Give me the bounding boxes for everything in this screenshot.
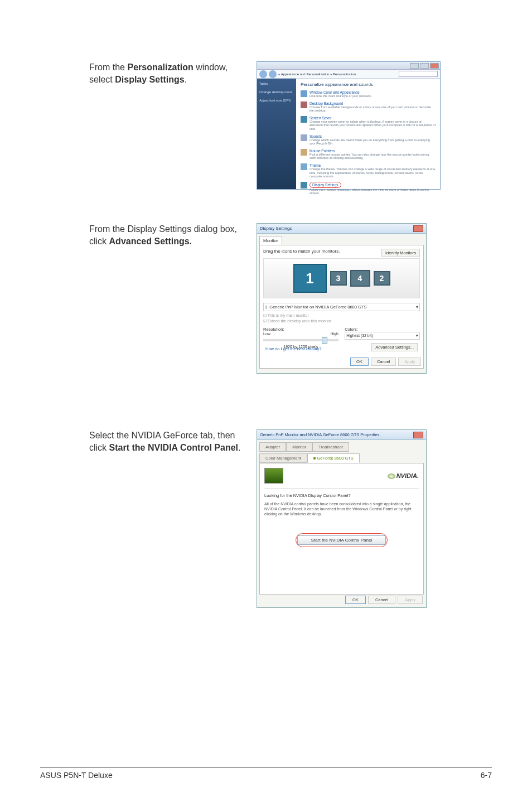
footer-product: ASUS P5N-T Deluxe <box>40 771 113 780</box>
monitor-4[interactable]: 4 <box>350 270 370 287</box>
close-icon[interactable] <box>413 432 423 438</box>
link-sounds[interactable]: Sounds <box>309 134 436 138</box>
tab-monitor[interactable]: Monitor <box>259 236 282 245</box>
identify-monitors-button[interactable]: Identify Monitors <box>381 249 420 257</box>
monitor-3[interactable]: 3 <box>330 271 347 286</box>
sidebar: Tasks Change desktop icons Adjust font s… <box>257 79 296 189</box>
tab-adapter[interactable]: Adapter <box>259 442 286 452</box>
forward-button[interactable] <box>269 70 277 78</box>
sidebar-link-font[interactable]: Adjust font size (DPI) <box>259 99 294 103</box>
extend-desktop-checkbox[interactable]: ☑ Extend the desktop onto this monitor <box>263 319 420 323</box>
mouse-icon <box>301 149 307 156</box>
monitor-1[interactable]: 1 <box>293 264 327 293</box>
display-icon <box>301 182 307 189</box>
chip-icon <box>264 468 283 484</box>
dialog-title: Generic PnP Monitor and NVIDIA GeForce 8… <box>260 432 380 437</box>
sounds-icon <box>301 134 307 141</box>
page-title: Personalize appearance and sounds <box>301 82 436 87</box>
breadcrumb[interactable]: « Appearance and Personalization » Perso… <box>278 73 356 76</box>
main-monitor-checkbox[interactable]: ☑ This is my main monitor <box>263 313 420 318</box>
link-theme[interactable]: Theme <box>309 163 436 167</box>
dialog-title: Display Settings <box>260 226 292 231</box>
close-icon[interactable] <box>413 225 423 232</box>
resolution-slider[interactable] <box>263 339 338 341</box>
tab-troubleshoot[interactable]: Troubleshoot <box>312 442 349 452</box>
cancel-button[interactable]: Cancel <box>371 357 396 366</box>
search-input[interactable] <box>399 71 438 77</box>
sidebar-tasks-label: Tasks <box>259 82 294 86</box>
geforce-properties-dialog: Generic PnP Monitor and NVIDIA GeForce 8… <box>257 429 427 608</box>
theme-icon <box>301 163 307 170</box>
link-display-settings[interactable]: Display Settings <box>312 183 338 187</box>
start-nvidia-control-panel-button[interactable]: Start the NVIDIA Control Panel <box>297 535 386 545</box>
link-desktop-background[interactable]: Desktop Background <box>309 102 436 105</box>
personalization-window: « Appearance and Personalization » Perso… <box>257 61 441 190</box>
close-button[interactable] <box>430 63 439 69</box>
link-window-color[interactable]: Window Color and Appearance <box>309 90 372 94</box>
nvidia-logo: NVIDIA. <box>388 472 419 479</box>
ok-button[interactable]: OK <box>345 596 366 604</box>
background-icon <box>301 102 307 108</box>
sidebar-link-icons[interactable]: Change desktop icons <box>259 90 294 94</box>
question-label: Looking for the NVIDIA Display Control P… <box>264 493 419 498</box>
monitor-2[interactable]: 2 <box>374 271 390 286</box>
colors-label: Colors: <box>345 327 420 332</box>
ok-button[interactable]: OK <box>350 357 369 366</box>
maximize-button[interactable] <box>420 63 429 69</box>
description-text: All of the NVIDIA control panels have be… <box>264 501 419 516</box>
advanced-settings-button[interactable]: Advanced Settings... <box>371 343 418 351</box>
resolution-label: Resolution: <box>263 327 338 332</box>
monitor-arrangement[interactable]: 1 3 4 2 <box>263 258 420 298</box>
footer-page-number: 6-7 <box>481 771 492 780</box>
color-icon <box>301 90 307 97</box>
instruction-3: Select the NVIDIA GeForce tab, then clic… <box>89 429 257 453</box>
display-settings-dialog: Display Settings Monitor Drag the icons … <box>257 223 427 374</box>
colors-select[interactable]: Highest (32 bit)▾ <box>345 332 420 340</box>
back-button[interactable] <box>259 70 267 78</box>
minimize-button[interactable] <box>410 63 419 69</box>
link-mouse-pointers[interactable]: Mouse Pointers <box>309 149 436 153</box>
tab-monitor[interactable]: Monitor <box>286 442 312 452</box>
tab-color-management[interactable]: Color Management <box>259 453 307 463</box>
apply-button[interactable]: Apply <box>398 357 421 366</box>
link-screen-saver[interactable]: Screen Saver <box>309 116 436 120</box>
instruction-1: From the Personalization window, select … <box>89 61 257 85</box>
instruction-2: From the Display Settings dialog box, cl… <box>89 223 257 247</box>
tab-geforce[interactable]: ■ GeForce 8600 GTS <box>307 453 360 463</box>
cancel-button[interactable]: Cancel <box>368 596 395 604</box>
help-link[interactable]: How do I get the best display? <box>265 346 321 351</box>
apply-button[interactable]: Apply <box>398 596 423 604</box>
screensaver-icon <box>301 116 307 123</box>
monitor-select[interactable]: 1. Generic PnP Monitor on NVIDIA GeForce… <box>263 303 420 311</box>
